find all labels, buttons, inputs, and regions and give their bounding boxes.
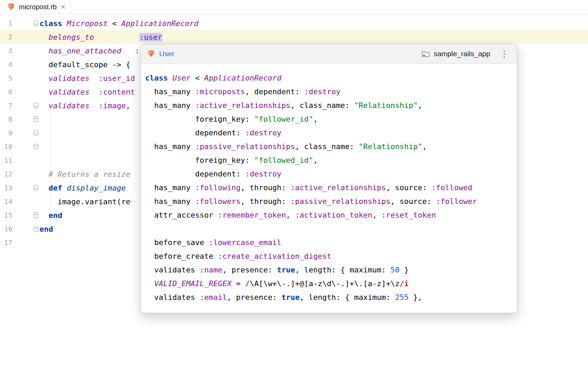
code-token: :active_relationships xyxy=(291,183,386,192)
code-token: :reset_token xyxy=(381,211,436,219)
code-token: , xyxy=(313,115,318,123)
code-token: "follower_id" xyxy=(254,115,313,123)
line-number: 6 xyxy=(0,88,12,96)
code-token: Micropost xyxy=(67,19,107,28)
code-token xyxy=(168,74,172,82)
code-line-text: def display_image xyxy=(39,184,126,192)
popup-code-line: validates :email, presence: true, length… xyxy=(145,291,517,304)
fold-end-icon[interactable] xyxy=(12,212,39,218)
line-number: 14 xyxy=(0,197,12,206)
code-token: :user_id xyxy=(98,74,135,83)
code-token: foreign_key: xyxy=(145,115,254,123)
code-token: , presence: xyxy=(227,293,281,302)
code-token: , source: xyxy=(390,197,436,206)
fold-start-icon[interactable] xyxy=(12,102,39,109)
code-token xyxy=(145,279,154,288)
code-token xyxy=(62,19,67,28)
code-token: display_image xyxy=(67,184,126,192)
line-number: 1 xyxy=(0,19,12,27)
tab-micropost-rb[interactable]: micropost.rb × xyxy=(0,0,71,14)
code-token: before_save xyxy=(145,238,209,247)
code-token: validates xyxy=(145,266,200,274)
line-number: 16 xyxy=(0,225,12,233)
code-token: "Relationship" xyxy=(359,142,422,151)
code-token: 255 xyxy=(395,293,409,302)
popup-code-view[interactable]: class User < ApplicationRecord has_many … xyxy=(141,64,517,313)
code-token: belongs_to xyxy=(49,33,94,41)
code-token: , class_name: xyxy=(291,101,354,110)
code-token: User xyxy=(172,74,190,82)
line-number: 8 xyxy=(0,115,12,123)
fold-start-icon[interactable] xyxy=(12,20,39,26)
popup-code-line: foreign_key: "follower_id", xyxy=(145,112,517,126)
editor-line[interactable]: 1class Micropost < ApplicationRecord xyxy=(0,16,588,30)
code-token: has_many xyxy=(145,183,195,192)
quick-definition-popup: User sample_rails_app ⋮ class User < App… xyxy=(141,44,517,313)
code-line-text: validates :image, xyxy=(39,101,130,110)
fold-start-icon[interactable] xyxy=(12,130,39,136)
popup-class-title[interactable]: User xyxy=(159,50,174,58)
line-number: 17 xyxy=(0,239,12,247)
code-token: :content xyxy=(98,88,135,96)
fold-start-icon[interactable] xyxy=(12,185,39,191)
code-token xyxy=(39,47,49,55)
project-folder-icon xyxy=(421,49,430,58)
code-line-text: image.variant(re xyxy=(39,197,130,206)
code-token: , length: { maximum: xyxy=(295,266,390,274)
code-token: , xyxy=(418,101,422,110)
code-token xyxy=(62,184,67,192)
fold-end-icon[interactable] xyxy=(12,226,39,232)
code-token: , through: xyxy=(240,183,291,192)
code-token: has_many xyxy=(145,142,195,151)
code-token: , dependent: xyxy=(245,87,304,96)
code-token: image.variant(re xyxy=(39,197,130,206)
fold-end-icon[interactable] xyxy=(12,116,39,122)
code-token: validates xyxy=(49,74,90,83)
code-token: end xyxy=(49,211,62,220)
code-token: , xyxy=(313,156,318,164)
ide-window: { "window": { "tab": { "label": "micropo… xyxy=(0,0,588,366)
code-token xyxy=(90,101,99,110)
line-number: 9 xyxy=(0,129,12,137)
popup-project-name: sample_rails_app xyxy=(434,50,490,58)
code-token xyxy=(39,101,49,110)
code-token: :activation_token xyxy=(295,211,372,219)
code-token: "Relationship" xyxy=(354,101,418,110)
code-token: :active_relationships xyxy=(195,101,291,110)
line-number: 15 xyxy=(0,211,12,219)
code-token: , xyxy=(422,142,427,151)
popup-header: User sample_rails_app ⋮ xyxy=(141,44,517,64)
code-token: attr_accessor xyxy=(145,211,218,219)
tab-close-icon[interactable]: × xyxy=(61,3,66,11)
code-token: :followed xyxy=(431,183,472,192)
popup-code-line: before_save :lowercase_email xyxy=(145,236,517,249)
popup-code-line: dependent: :destroy xyxy=(145,126,517,140)
code-token: # Returns a resize xyxy=(49,170,130,179)
popup-code-line: attr_accessor :remember_token, :activati… xyxy=(145,208,517,222)
line-number: 11 xyxy=(0,156,12,164)
code-token: = xyxy=(232,279,245,288)
fold-end-icon[interactable] xyxy=(12,144,39,150)
code-token: :image xyxy=(98,101,126,110)
code-token: < xyxy=(190,74,204,82)
code-token: : xyxy=(135,47,139,55)
code-token: , source: xyxy=(386,183,431,192)
popup-code-line: foreign_key: "followed_id", xyxy=(145,154,517,167)
code-token: end xyxy=(39,225,53,233)
popup-code-line: has_many :microposts, dependent: :destro… xyxy=(145,85,517,99)
editor-line[interactable]: 2 belongs_to :user xyxy=(0,30,588,44)
code-line-text: end xyxy=(39,225,53,233)
code-token: :email xyxy=(200,293,227,302)
popup-code-line: class User < ApplicationRecord xyxy=(145,71,517,85)
line-number: 3 xyxy=(0,47,12,55)
code-token: default_scope -> { xyxy=(39,60,130,69)
kebab-menu-icon[interactable]: ⋮ xyxy=(498,49,510,58)
code-token: :followers xyxy=(195,197,240,206)
code-token: , length: { maximum: xyxy=(299,293,395,302)
code-token: before_create xyxy=(145,252,218,260)
code-line-text: has_one_attached : xyxy=(39,47,139,55)
popup-code-line: VALID_EMAIL_REGEX = /\A[\w+\-.]+@[a-z\d\… xyxy=(145,277,517,291)
code-token: :destroy xyxy=(245,129,281,137)
code-token xyxy=(39,33,49,41)
code-token: :name xyxy=(200,266,222,274)
